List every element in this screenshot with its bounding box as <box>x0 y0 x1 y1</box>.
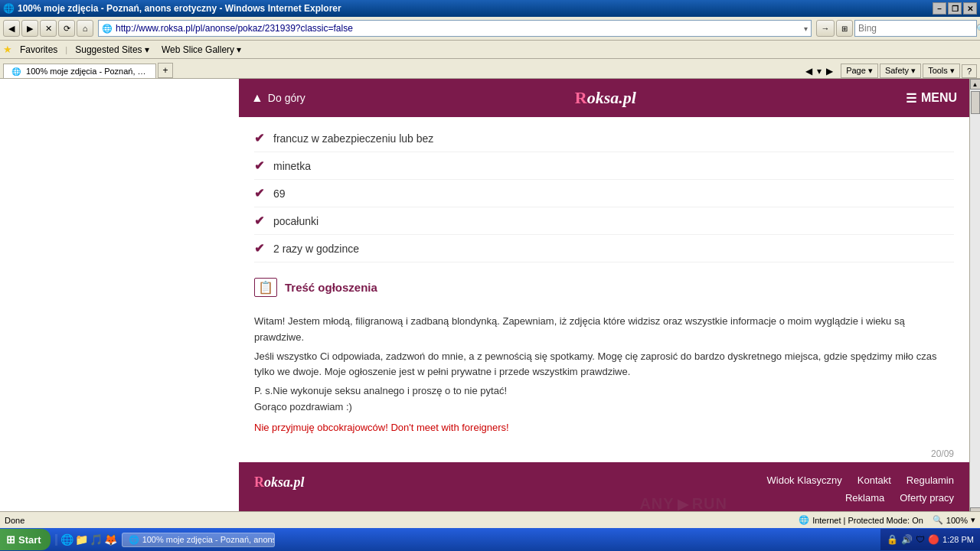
start-button[interactable]: ⊞ Start <box>0 529 51 550</box>
site-logo: Roksa.pl <box>575 88 636 108</box>
search-input[interactable] <box>858 23 973 34</box>
checkmark-4: ✔ <box>254 241 264 256</box>
tray-network-icon: 🔒 <box>887 534 898 545</box>
check-item-1: ✔ minetka <box>254 152 954 180</box>
check-text-3: pocałunki <box>273 215 318 227</box>
refresh-button[interactable]: ⟳ <box>58 20 75 37</box>
checklist: ✔ francuz w zabezpieczeniu lub bez ✔ min… <box>239 117 969 270</box>
check-text-2: 69 <box>273 187 286 200</box>
tray-security-icon: 🛡 <box>916 534 925 545</box>
safety-button[interactable]: Safety ▾ <box>880 64 921 78</box>
page-number: 20/09 <box>239 445 969 462</box>
check-item-3: ✔ pocałunki <box>254 207 954 235</box>
section-header: 📋 Treść ogłoszenia <box>239 270 969 305</box>
system-clock: 1:28 PM <box>942 535 974 544</box>
tools-button[interactable]: Tools ▾ <box>923 64 960 78</box>
ad-paragraph-1: Witam! Jestem młodą, filigranową i zadba… <box>254 314 954 346</box>
footer-logo: Roksa.pl <box>254 474 305 491</box>
suggested-sites-button[interactable]: Suggested Sites ▾ <box>70 43 154 57</box>
hamburger-icon: ☰ <box>906 91 916 106</box>
anyrun-watermark: ANY ▶ RUN <box>639 495 727 513</box>
no-foreigners-text: Nie przyjmuję obcokrajowców! Don't meet … <box>254 420 954 436</box>
ad-paragraph-2: Jeśli wszystko Ci odpowiada, zadzwoń do … <box>254 349 954 381</box>
minimize-button[interactable]: – <box>933 2 946 15</box>
back-label: Do góry <box>268 92 305 104</box>
check-item-2: ✔ 69 <box>254 180 954 207</box>
tab-icon: 🌐 <box>11 67 21 76</box>
site-footer: Roksa.pl Widok Klasyczny Kontakt Regulam… <box>239 462 969 518</box>
taskbar-divider <box>55 534 57 546</box>
footer-link-oferty[interactable]: Oferty pracy <box>900 492 954 504</box>
footer-link-reklama[interactable]: Reklama <box>845 492 884 504</box>
tab-next-icon[interactable]: ▶ <box>826 66 833 77</box>
tab-bar: 🌐 100% moje zdjęcia - Poznań, anons erot… <box>0 59 980 79</box>
footer-link-widok[interactable]: Widok Klasyczny <box>767 474 842 486</box>
page-button[interactable]: Page ▾ <box>841 64 878 78</box>
scroll-up-button[interactable]: ▲ <box>970 79 981 90</box>
footer-links-2: Reklama Oferty pracy <box>767 492 955 504</box>
favorites-button[interactable]: Favorites <box>15 43 62 57</box>
title-bar: 🌐 100% moje zdjęcia - Poznań, anons erot… <box>0 0 980 17</box>
check-text-0: francuz w zabezpieczeniu lub bez <box>273 132 433 145</box>
media-quick-icon[interactable]: 🎵 <box>90 533 103 546</box>
section-icon: 📋 <box>254 278 277 297</box>
back-to-top-button[interactable]: ▲ Do góry <box>251 91 305 105</box>
scrollbar-thumb[interactable] <box>971 91 980 114</box>
explorer-quick-icon[interactable]: 📁 <box>75 533 88 546</box>
logo-text: Roksa.pl <box>575 88 636 107</box>
anyrun-text2: RUN <box>692 495 727 513</box>
address-bar[interactable]: 🌐 ▾ <box>98 20 812 37</box>
hamburger-menu-button[interactable]: ☰ MENU <box>906 91 957 106</box>
search-icon[interactable]: 🔍 <box>976 24 980 34</box>
zoom-control[interactable]: 🔍 100% ▾ <box>933 515 975 525</box>
check-text-1: minetka <box>273 160 311 172</box>
window-title: 100% moje zdjęcia - Poznań, anons erotyc… <box>18 3 341 14</box>
taskbar-item-label: 100% moje zdjęcia - Poznań, anons erotyc… <box>142 535 275 544</box>
quick-launch: 🌐 📁 🎵 🦊 <box>60 533 117 547</box>
help-button[interactable]: ? <box>962 64 977 78</box>
tray-antivirus-icon: 🔴 <box>928 534 939 545</box>
section-title: Treść ogłoszenia <box>285 281 377 294</box>
forward-button[interactable]: ▶ <box>21 20 38 37</box>
stop-button[interactable]: ✕ <box>40 20 57 37</box>
status-right: 🌐 Internet | Protected Mode: On 🔍 100% ▾ <box>799 515 975 525</box>
zoom-label: 100% <box>946 516 968 525</box>
footer-link-regulamin[interactable]: Regulamin <box>906 474 954 486</box>
favorites-star-icon: ★ <box>3 44 12 55</box>
home-button[interactable]: ⌂ <box>77 20 93 37</box>
new-tab-button[interactable]: + <box>158 63 173 78</box>
anyrun-text: ANY <box>639 495 674 513</box>
check-item-0: ✔ francuz w zabezpieczeniu lub bez <box>254 125 954 152</box>
address-dropdown-icon[interactable]: ▾ <box>804 24 808 33</box>
go-button[interactable]: → <box>816 20 835 37</box>
tab-label: 100% moje zdjęcia - Poznań, anons erotyc… <box>26 67 156 76</box>
tab-right-buttons: ◀ ▾ ▶ Page ▾ Safety ▾ Tools ▾ ? <box>805 64 977 78</box>
title-bar-left: 🌐 100% moje zdjęcia - Poznań, anons erot… <box>3 3 341 14</box>
search-bar[interactable]: 🔍 <box>854 20 977 37</box>
checkmark-3: ✔ <box>254 214 264 228</box>
check-item-4: ✔ 2 razy w godzince <box>254 235 954 262</box>
internet-zone: 🌐 Internet | Protected Mode: On <box>799 515 923 525</box>
nav-bar: ◀ ▶ ✕ ⟳ ⌂ 🌐 ▾ → ⊞ 🔍 <box>0 17 980 40</box>
back-button[interactable]: ◀ <box>3 20 20 37</box>
zoom-dropdown-icon[interactable]: ▾ <box>971 515 975 525</box>
scrollbar[interactable]: ▲ ▼ <box>969 79 980 518</box>
window-controls: – ❐ ✕ <box>933 2 977 15</box>
footer-link-kontakt[interactable]: Kontakt <box>858 474 891 486</box>
zone-label: Internet | Protected Mode: On <box>812 516 923 525</box>
close-button[interactable]: ✕ <box>963 2 977 15</box>
ie-quick-icon[interactable]: 🌐 <box>60 533 74 546</box>
firefox-quick-icon[interactable]: 🦊 <box>104 533 117 546</box>
restore-button[interactable]: ❐ <box>948 2 962 15</box>
system-tray: 🔒 🔊 🛡 🔴 1:28 PM <box>880 529 980 550</box>
active-tab[interactable]: 🌐 100% moje zdjęcia - Poznań, anons erot… <box>3 64 156 78</box>
tab-prev-icon[interactable]: ◀ <box>805 66 812 77</box>
compatibility-button[interactable]: ⊞ <box>836 20 853 37</box>
windows-logo: ⊞ <box>6 533 15 546</box>
address-input[interactable] <box>116 23 801 34</box>
active-taskbar-item[interactable]: 🌐 100% moje zdjęcia - Poznań, anons erot… <box>122 533 275 547</box>
taskbar-items: 🌐 📁 🎵 🦊 🌐 100% moje zdjęcia - Poznań, an… <box>51 533 880 547</box>
win-taskbar: ⊞ Start 🌐 📁 🎵 🦊 🌐 100% moje zdjęcia - Po… <box>0 528 980 551</box>
web-slice-gallery-button[interactable]: Web Slice Gallery ▾ <box>157 43 246 57</box>
tab-list-icon[interactable]: ▾ <box>817 66 822 77</box>
